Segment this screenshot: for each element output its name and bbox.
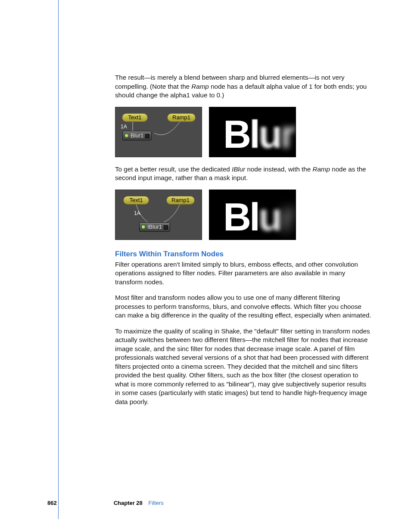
node-graph-panel: Text1 Ramp1 1A IBlur1: [115, 190, 202, 240]
port-label-1a: 1A: [134, 210, 140, 216]
body-content: The result—is merely a blend between sha…: [115, 73, 371, 406]
node-graph-panel: Text1 Ramp1 1A Blur1: [115, 107, 202, 157]
paragraph-5: To maximize the quality of scaling in Sh…: [115, 327, 371, 407]
inline-italic-ramp: Ramp: [312, 165, 330, 173]
node-ramp1[interactable]: Ramp1: [166, 196, 195, 205]
left-margin-rule: [58, 0, 59, 519]
paragraph-2: To get a better result, use the dedicate…: [115, 165, 371, 183]
preview-word: Blur: [223, 115, 294, 154]
chapter-label: Chapter 28: [114, 500, 143, 506]
page: The result—is merely a blend between sha…: [0, 0, 411, 532]
status-dot-icon: [125, 134, 129, 138]
section-heading: Filters Within Transform Nodes: [115, 249, 371, 259]
preview-word: Blur: [223, 198, 294, 236]
paragraph-1: The result—is merely a blend between sha…: [115, 73, 371, 100]
node-text1[interactable]: Text1: [123, 196, 149, 205]
node-label: Blur1: [131, 132, 143, 139]
page-number: 862: [47, 500, 112, 506]
node-ramp1[interactable]: Ramp1: [167, 113, 196, 122]
page-footer: 862 Chapter 28 Filters: [47, 500, 392, 506]
text: To get a better result, use the dedicate…: [115, 165, 232, 173]
inline-italic-iblur: IBlur: [232, 165, 245, 173]
node-label: IBlur1: [147, 224, 162, 230]
inline-italic-ramp: Ramp: [191, 83, 209, 90]
figure-row-1: Text1 Ramp1 1A Blur1 Blur: [115, 107, 371, 157]
thumbnail-icon: [145, 134, 149, 138]
preview-image-1: Blur: [209, 107, 296, 157]
paragraph-3: Filter operations aren't limited simply …: [115, 260, 371, 287]
node-text1[interactable]: Text1: [122, 113, 148, 122]
node-iblur1[interactable]: IBlur1: [139, 222, 170, 232]
port-label-1a: 1A: [121, 124, 127, 130]
node-blur1[interactable]: Blur1: [122, 131, 152, 140]
figure-row-2: Text1 Ramp1 1A IBlur1 Blur: [115, 190, 371, 240]
status-dot-icon: [141, 225, 146, 229]
text: node instead, with the: [245, 165, 312, 173]
preview-image-2: Blur: [209, 190, 296, 240]
paragraph-4: Most filter and transform nodes allow yo…: [115, 293, 371, 320]
chapter-name: Filters: [148, 500, 163, 506]
thumbnail-icon: [164, 225, 168, 230]
